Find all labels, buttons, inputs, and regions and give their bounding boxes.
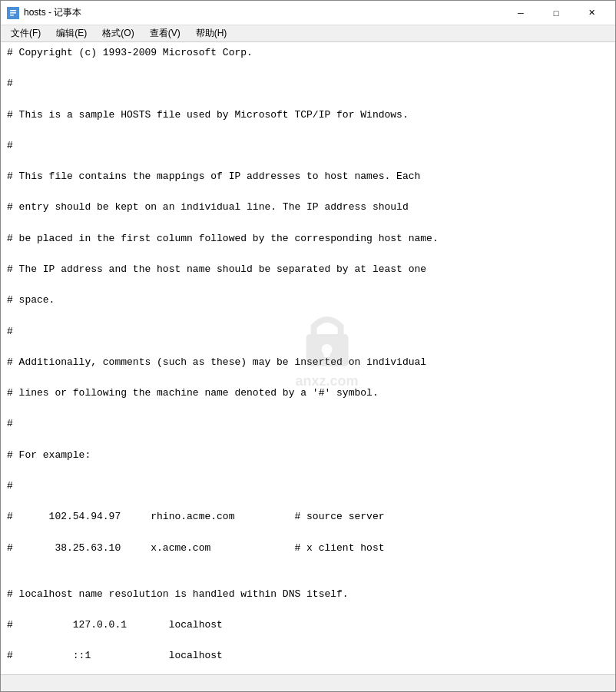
text-line: # This file contains the mappings of IP … [7,169,609,184]
text-line: # This is a sample HOSTS file used by Mi… [7,108,609,123]
status-bar [1,674,615,691]
text-line: # ::1 localhost [7,648,609,664]
text-line: # For example: [7,448,609,463]
text-line: # Copyright (c) 1993-2009 Microsoft Corp… [7,45,609,61]
text-line: # be placed in the first column followed… [7,231,609,247]
window-title: hosts - 记事本 [24,6,81,19]
text-line: # localhost name resolution is handled w… [7,587,609,602]
text-line: # 102.54.94.97 rhino.acme.com # source s… [7,509,609,525]
maximize-button[interactable]: □ [538,2,574,25]
text-line: # [7,76,609,91]
menu-view[interactable]: 查看(V) [143,25,187,41]
notepad-window: hosts - 记事本 ─ □ ✕ 文件(F) 编辑(E) 格式(O) 查看(V… [0,0,616,692]
text-line: # entry should be kept on an individual … [7,200,609,215]
svg-rect-3 [10,15,14,16]
text-line: # [7,324,609,339]
text-line: # The IP address and the host name shoul… [7,262,609,277]
text-line: # [7,138,609,154]
menu-file[interactable]: 文件(F) [4,25,48,41]
text-line: # 38.25.63.10 x.acme.com # x client host [7,541,609,556]
svg-rect-1 [10,10,16,12]
menu-format[interactable]: 格式(O) [95,25,141,41]
title-bar-controls: ─ □ ✕ [503,2,609,25]
content-wrapper: # Copyright (c) 1993-2009 Microsoft Corp… [1,42,615,674]
text-line: # 127.0.0.1 localhost [7,618,609,633]
menu-edit[interactable]: 编辑(E) [49,25,94,41]
close-button[interactable]: ✕ [574,2,609,25]
text-line: # [7,416,609,432]
svg-rect-2 [10,12,16,14]
minimize-button[interactable]: ─ [503,2,538,25]
text-line: # space. [7,293,609,308]
title-bar-left: hosts - 记事本 [7,6,81,19]
menu-help[interactable]: 帮助(H) [189,25,234,41]
title-bar: hosts - 记事本 ─ □ ✕ [1,1,615,25]
menu-bar: 文件(F) 编辑(E) 格式(O) 查看(V) 帮助(H) [1,25,615,42]
app-icon [7,7,19,19]
editor-content[interactable]: # Copyright (c) 1993-2009 Microsoft Corp… [1,42,615,674]
text-line: # lines or following the machine name de… [7,386,609,401]
editor-container[interactable]: # Copyright (c) 1993-2009 Microsoft Corp… [1,42,615,674]
text-line: # [7,478,609,494]
text-line: # Additionally, comments (such as these)… [7,355,609,370]
